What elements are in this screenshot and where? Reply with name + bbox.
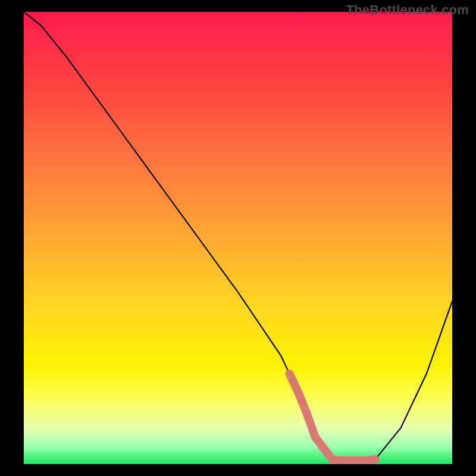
- main-curve: [24, 12, 452, 464]
- watermark-text: TheBottleneck.com: [346, 2, 469, 18]
- plot-area: [24, 12, 452, 464]
- highlight-band: [289, 374, 375, 461]
- curve-layer: [24, 12, 452, 464]
